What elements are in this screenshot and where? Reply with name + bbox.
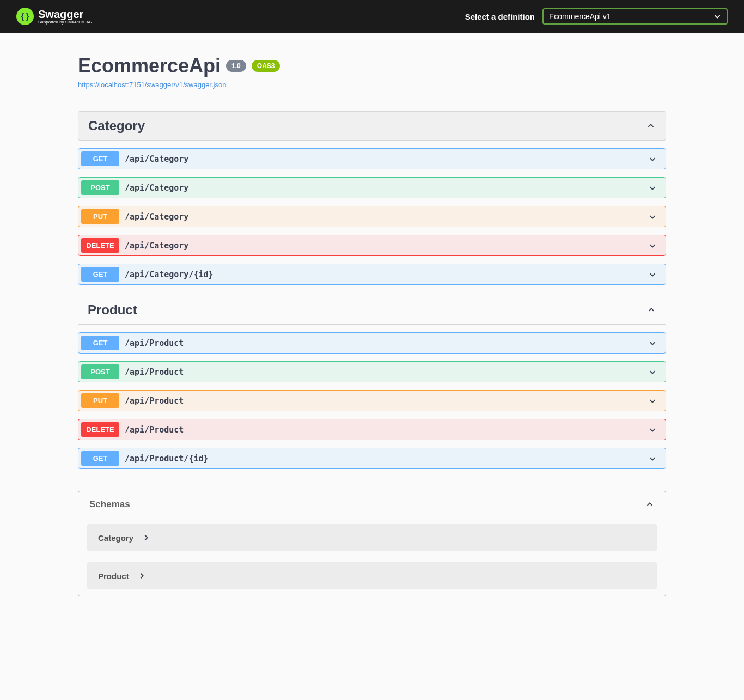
operation-post-category[interactable]: POST/api/Category	[78, 177, 666, 198]
oas-badge: OAS3	[252, 60, 280, 72]
brand-sub: Supported by SMARTBEAR	[38, 20, 92, 25]
operation-path: /api/Product/{id}	[125, 454, 648, 464]
chevron-down-icon	[648, 454, 657, 464]
chevron-down-icon	[648, 270, 657, 279]
operation-path: /api/Category/{id}	[125, 270, 648, 279]
operation-delete-category[interactable]: DELETE/api/Category	[78, 235, 666, 256]
operation-path: /api/Product	[125, 396, 648, 406]
tag-section-category: CategoryGET/api/CategoryPOST/api/Categor…	[78, 111, 666, 285]
operation-list: GET/api/ProductPOST/api/ProductPUT/api/P…	[78, 332, 666, 469]
swagger-icon: { }	[16, 8, 34, 25]
method-badge: GET	[81, 267, 119, 282]
schema-name: Category	[98, 533, 133, 543]
method-badge: GET	[81, 151, 119, 166]
operation-path: /api/Product	[125, 338, 648, 348]
tags-root: CategoryGET/api/CategoryPOST/api/Categor…	[78, 111, 666, 469]
spec-url-link[interactable]: https://localhost:7151/swagger/v1/swagge…	[78, 81, 226, 89]
method-badge: DELETE	[81, 422, 119, 437]
schema-name: Product	[98, 571, 129, 581]
topbar-left: { } Swagger Supported by SMARTBEAR	[16, 8, 92, 25]
chevron-down-icon	[648, 425, 657, 435]
operation-get-category[interactable]: GET/api/Category/{id}	[78, 264, 666, 285]
chevron-down-icon	[648, 154, 657, 164]
operation-put-product[interactable]: PUT/api/Product	[78, 390, 666, 411]
schema-item-category[interactable]: Category	[87, 524, 657, 551]
tag-section-product: ProductGET/api/ProductPOST/api/ProductPU…	[78, 296, 666, 469]
operation-path: /api/Category	[125, 212, 648, 222]
operation-path: /api/Product	[125, 425, 648, 435]
definition-select-wrap: EcommerceApi v1	[542, 8, 728, 25]
definition-select[interactable]: EcommerceApi v1	[542, 8, 728, 25]
main-container: EcommerceApi 1.0 OAS3 https://localhost:…	[72, 33, 672, 613]
operation-path: /api/Category	[125, 154, 648, 164]
operation-delete-product[interactable]: DELETE/api/Product	[78, 419, 666, 440]
swagger-title-wrap: Swagger Supported by SMARTBEAR	[38, 8, 92, 25]
method-badge: PUT	[81, 209, 119, 224]
swagger-logo[interactable]: { } Swagger Supported by SMARTBEAR	[16, 8, 92, 25]
operation-get-product[interactable]: GET/api/Product/{id}	[78, 448, 666, 469]
definition-select-label: Select a definition	[465, 12, 535, 21]
topbar: { } Swagger Supported by SMARTBEAR Selec…	[0, 0, 744, 33]
tag-name: Category	[88, 118, 145, 133]
method-badge: GET	[81, 451, 119, 466]
chevron-down-icon	[648, 183, 657, 193]
operation-get-product[interactable]: GET/api/Product	[78, 332, 666, 354]
operation-path: /api/Category	[125, 183, 648, 193]
method-badge: GET	[81, 336, 119, 350]
tag-header-category[interactable]: Category	[78, 111, 666, 141]
schema-item-product[interactable]: Product	[87, 562, 657, 589]
schemas-header[interactable]: Schemas	[78, 491, 666, 518]
chevron-up-icon	[646, 121, 656, 131]
chevron-right-icon	[141, 533, 151, 543]
operation-put-category[interactable]: PUT/api/Category	[78, 206, 666, 227]
chevron-up-icon	[647, 305, 656, 315]
operation-list: GET/api/CategoryPOST/api/CategoryPUT/api…	[78, 148, 666, 285]
api-title: EcommerceApi	[78, 54, 221, 77]
method-badge: PUT	[81, 393, 119, 408]
chevron-right-icon	[137, 571, 147, 581]
method-badge: DELETE	[81, 238, 119, 253]
method-badge: POST	[81, 364, 119, 379]
brand-name: Swagger	[38, 8, 92, 21]
schemas-title: Schemas	[89, 499, 130, 510]
chevron-down-icon	[648, 396, 657, 406]
schemas-body: CategoryProduct	[78, 518, 666, 596]
api-title-row: EcommerceApi 1.0 OAS3	[78, 54, 666, 77]
chevron-down-icon	[648, 338, 657, 348]
operation-path: /api/Product	[125, 367, 648, 377]
operation-post-product[interactable]: POST/api/Product	[78, 361, 666, 382]
tag-header-product[interactable]: Product	[78, 296, 666, 325]
version-badge: 1.0	[226, 60, 246, 72]
operation-path: /api/Category	[125, 241, 648, 251]
topbar-right: Select a definition EcommerceApi v1	[465, 8, 728, 25]
chevron-down-icon	[648, 367, 657, 377]
tag-name: Product	[88, 302, 137, 318]
method-badge: POST	[81, 180, 119, 195]
chevron-down-icon	[648, 241, 657, 251]
chevron-down-icon	[648, 212, 657, 222]
api-info: EcommerceApi 1.0 OAS3 https://localhost:…	[78, 54, 666, 89]
schemas-section: Schemas CategoryProduct	[78, 491, 666, 596]
operation-get-category[interactable]: GET/api/Category	[78, 148, 666, 169]
chevron-up-icon	[645, 500, 655, 509]
